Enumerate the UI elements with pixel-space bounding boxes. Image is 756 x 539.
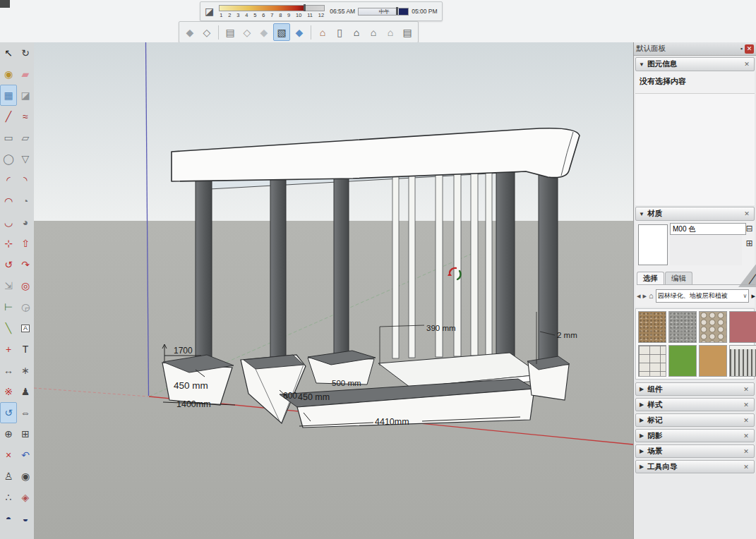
push-pull-tool[interactable]: ⇧ xyxy=(17,233,34,254)
style-shaded-textures-icon[interactable]: ▧ xyxy=(273,23,290,41)
misc-tool-3[interactable]: ◓ xyxy=(0,508,17,529)
walk-tool[interactable]: ∴ xyxy=(0,487,17,508)
material-grass-green[interactable] xyxy=(668,345,697,377)
tab-edit[interactable]: 编辑 xyxy=(665,272,692,284)
style-hidden-line-icon[interactable]: ◇ xyxy=(239,24,255,40)
eyedropper-tool[interactable]: ╲ xyxy=(0,317,17,339)
tray-section-组件[interactable]: ▶组件✕ xyxy=(635,382,755,396)
column[interactable] xyxy=(539,159,558,365)
material-flagstone-white[interactable] xyxy=(638,345,666,377)
tray-section-场景[interactable]: ▶场景✕ xyxy=(635,444,755,458)
tape-measure-tool[interactable]: ⊢ xyxy=(0,296,17,317)
details-arrow-icon[interactable]: ▸ xyxy=(751,291,755,301)
shadow-settings-icon[interactable]: ◪ xyxy=(205,6,214,16)
time-slider-handle[interactable] xyxy=(396,7,398,15)
pie-fill-tool[interactable]: ◕ xyxy=(17,212,34,233)
paint-bucket-tool[interactable]: ◉ xyxy=(0,63,17,85)
style-xray-icon[interactable]: ◆ xyxy=(182,24,198,40)
misc-tool-2[interactable]: ※ xyxy=(0,381,17,402)
materials-close-icon[interactable]: ✕ xyxy=(743,210,751,218)
arc-tool[interactable]: ◜ xyxy=(0,169,17,190)
freehand-tool[interactable]: ≈ xyxy=(17,106,34,127)
position-camera-tool[interactable]: ♙ xyxy=(0,466,17,487)
eraser-tool[interactable]: ▰ xyxy=(17,63,34,85)
make-component-tool[interactable]: ↻ xyxy=(17,42,34,63)
tray-section-close-icon[interactable]: ✕ xyxy=(742,401,750,409)
month-gradient-track[interactable] xyxy=(219,5,325,11)
rectangle-tool[interactable]: ▭ xyxy=(0,127,17,148)
tray-section-close-icon[interactable]: ✕ xyxy=(742,416,750,425)
tray-section-样式[interactable]: ▶样式✕ xyxy=(635,398,755,411)
pan-tool[interactable]: ⇔ xyxy=(17,402,34,423)
create-material-icon[interactable]: ⊞ xyxy=(744,238,755,248)
previous-view-tool[interactable]: ↶ xyxy=(17,444,34,466)
zoom-tool[interactable]: ⊕ xyxy=(0,423,17,444)
column[interactable] xyxy=(196,174,212,364)
pin-icon[interactable]: ▪ xyxy=(740,45,743,52)
view-top-icon[interactable]: ▯ xyxy=(332,24,347,40)
soften-edges-tool[interactable]: ◪ xyxy=(17,85,34,106)
material-gravel-gray[interactable] xyxy=(668,311,697,343)
axes-tool[interactable]: + xyxy=(0,339,17,360)
tray-section-close-icon[interactable]: ✕ xyxy=(742,385,750,394)
entity-info-close-icon[interactable]: ✕ xyxy=(743,60,751,68)
sample-paint-icon[interactable]: ╱ xyxy=(749,274,756,285)
material-preview-swatch[interactable] xyxy=(638,224,668,265)
pie-tool[interactable]: ◔ xyxy=(17,190,34,212)
tray-section-标记[interactable]: ▶标记✕ xyxy=(635,413,755,427)
tray-section-close-icon[interactable]: ✕ xyxy=(742,447,750,456)
offset-tool[interactable]: ◎ xyxy=(17,275,34,296)
viewport-canvas[interactable]: 1700 450 mm 1400mm 600 450 mm 500 mm 441… xyxy=(34,42,633,539)
zoom-window-tool[interactable]: ⊞ xyxy=(17,423,34,444)
style-shaded-icon[interactable]: ◆ xyxy=(256,24,272,40)
material-fence[interactable] xyxy=(729,345,756,377)
style-monochrome-icon[interactable]: ◆ xyxy=(292,24,307,40)
tab-select[interactable]: 选择 xyxy=(637,272,664,284)
instructor-figure-tool[interactable]: ♟ xyxy=(17,381,34,402)
tray-section-close-icon[interactable]: ✕ xyxy=(742,432,750,440)
column[interactable] xyxy=(334,169,349,356)
style-back-edges-icon[interactable]: ◇ xyxy=(199,24,215,40)
3d-text-tool[interactable]: T xyxy=(17,339,34,360)
scale-tool[interactable]: ⇲ xyxy=(0,275,17,296)
material-gravel-brown[interactable] xyxy=(638,311,666,343)
material-name-input[interactable] xyxy=(670,223,746,235)
two-point-arc-tool[interactable]: ◝ xyxy=(17,169,34,190)
look-around-tool[interactable]: ◉ xyxy=(17,466,34,487)
misc-tool-4[interactable]: ◒ xyxy=(17,508,34,529)
style-wireframe-icon[interactable]: ▤ xyxy=(222,24,238,40)
month-slider-handle[interactable] xyxy=(304,4,306,11)
circle-tool[interactable]: ◯ xyxy=(0,148,17,169)
move-tool[interactable]: ⊹ xyxy=(0,233,17,254)
misc-tool-1[interactable]: ∗ xyxy=(17,360,34,381)
polygon-tool[interactable]: ▽ xyxy=(17,148,34,169)
back-arrow-icon[interactable]: ◂ xyxy=(637,291,641,301)
tray-section-工具向导[interactable]: ▶工具向导✕ xyxy=(635,460,755,473)
follow-me-tool[interactable]: ↷ xyxy=(17,254,34,275)
shadow-month-slider[interactable]: 123456789101112 xyxy=(219,5,325,18)
rotated-rectangle-tool[interactable]: ▱ xyxy=(17,127,34,148)
rotate-tool[interactable]: ↺ xyxy=(0,254,17,275)
materials-header[interactable]: ▼ 材质 ✕ xyxy=(635,207,755,221)
column[interactable] xyxy=(270,171,286,362)
view-left-icon[interactable]: ⌂ xyxy=(383,24,398,40)
zoom-extents-tool[interactable]: × xyxy=(0,444,17,466)
dimension-tool[interactable]: ↔ xyxy=(0,360,17,381)
section-plane-tool[interactable]: ◈ xyxy=(17,487,34,508)
tray-close-button[interactable]: ✕ xyxy=(745,44,754,54)
material-sand-tan[interactable] xyxy=(699,345,727,377)
material-rose-solid[interactable] xyxy=(729,311,756,343)
entity-info-header[interactable]: ▼ 图元信息 ✕ xyxy=(635,57,755,71)
tray-section-close-icon[interactable]: ✕ xyxy=(742,463,750,471)
protractor-tool[interactable]: ◶ xyxy=(17,296,34,317)
tray-section-阴影[interactable]: ▶阴影✕ xyxy=(635,429,755,442)
arc-curve-tool[interactable]: ◡ xyxy=(0,212,17,233)
forward-arrow-icon[interactable]: ▸ xyxy=(643,291,647,301)
three-point-arc-tool[interactable]: ◠ xyxy=(0,190,17,212)
secondary-pane-icon[interactable]: ⊟ xyxy=(744,223,755,234)
material-cobblestone[interactable] xyxy=(699,311,727,343)
time-slider-track[interactable]: 中午 xyxy=(358,8,409,16)
material-category-dropdown[interactable]: 园林绿化、地被层和植被 ∨ xyxy=(656,289,750,303)
view-right-icon[interactable]: ⌂ xyxy=(366,24,381,40)
select-tool[interactable]: ↖ xyxy=(0,42,17,63)
